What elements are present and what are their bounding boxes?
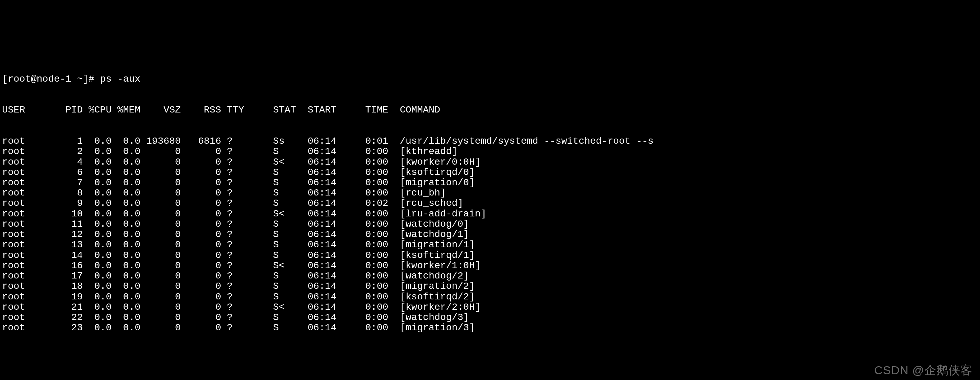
cell-user: root bbox=[2, 198, 60, 208]
cell-time: 0:00 bbox=[342, 281, 388, 291]
cell-start: 06:14 bbox=[302, 271, 342, 281]
cell-rss: 0 bbox=[181, 167, 221, 178]
cell-rss: 0 bbox=[181, 281, 221, 291]
cell-cpu: 0.0 bbox=[83, 178, 111, 188]
cell-cpu: 0.0 bbox=[83, 281, 111, 291]
cell-start: 06:14 bbox=[302, 281, 342, 291]
cell-time: 0:00 bbox=[342, 178, 388, 188]
cell-command: [watchdog/0] bbox=[388, 219, 469, 229]
cell-tty: ? bbox=[221, 146, 250, 157]
cell-pid: 6 bbox=[60, 167, 83, 178]
cell-time: 0:00 bbox=[342, 229, 388, 240]
cell-vsz: 0 bbox=[140, 209, 181, 219]
cell-command: [migration/2] bbox=[388, 281, 475, 291]
cell-rss: 0 bbox=[181, 261, 221, 271]
cell-time: 0:00 bbox=[342, 302, 388, 312]
cell-start: 06:14 bbox=[302, 219, 342, 229]
col-header-rss: RSS bbox=[181, 105, 221, 115]
prompt-line: [root@node-1 ~]# ps -aux bbox=[2, 74, 978, 84]
cell-vsz: 0 bbox=[140, 240, 181, 250]
cell-vsz: 0 bbox=[140, 219, 181, 229]
cell-mem: 0.0 bbox=[111, 188, 140, 198]
cell-stat: S bbox=[250, 188, 302, 198]
cell-vsz: 0 bbox=[140, 323, 181, 333]
cell-vsz: 0 bbox=[140, 188, 181, 198]
cell-command: [ksoftirqd/0] bbox=[388, 167, 475, 178]
cell-tty: ? bbox=[221, 281, 250, 291]
col-header-command: COMMAND bbox=[388, 105, 440, 115]
cell-start: 06:14 bbox=[302, 146, 342, 157]
cell-tty: ? bbox=[221, 292, 250, 302]
col-header-user: USER bbox=[2, 105, 60, 115]
cell-vsz: 0 bbox=[140, 229, 181, 240]
cell-tty: ? bbox=[221, 167, 250, 178]
cell-cpu: 0.0 bbox=[83, 146, 111, 157]
cell-cpu: 0.0 bbox=[83, 209, 111, 219]
cell-command: [ksoftirqd/1] bbox=[388, 250, 475, 261]
cell-mem: 0.0 bbox=[111, 198, 140, 208]
cell-vsz: 0 bbox=[140, 292, 181, 302]
cell-user: root bbox=[2, 146, 60, 157]
cell-mem: 0.0 bbox=[111, 250, 140, 261]
col-header-mem: %MEM bbox=[111, 105, 140, 115]
cell-user: root bbox=[2, 302, 60, 312]
cell-tty: ? bbox=[221, 136, 250, 146]
cell-command: [kthreadd] bbox=[388, 146, 458, 157]
cell-vsz: 0 bbox=[140, 281, 181, 291]
cell-user: root bbox=[2, 250, 60, 261]
cell-tty: ? bbox=[221, 219, 250, 229]
cell-mem: 0.0 bbox=[111, 281, 140, 291]
ps-row: root180.00.000?S06:140:00[migration/2] bbox=[2, 281, 978, 291]
cell-time: 0:00 bbox=[342, 261, 388, 271]
cell-user: root bbox=[2, 136, 60, 146]
cell-cpu: 0.0 bbox=[83, 240, 111, 250]
ps-row: root210.00.000?S<06:140:00[kworker/2:0H] bbox=[2, 302, 978, 312]
cell-start: 06:14 bbox=[302, 178, 342, 188]
cell-command: /usr/lib/systemd/systemd --switched-root… bbox=[388, 136, 654, 146]
cell-start: 06:14 bbox=[302, 302, 342, 312]
cell-mem: 0.0 bbox=[111, 136, 140, 146]
watermark-text: CSDN @企鹅侠客 bbox=[874, 364, 972, 377]
cell-rss: 0 bbox=[181, 157, 221, 167]
cell-vsz: 0 bbox=[140, 146, 181, 157]
cell-start: 06:14 bbox=[302, 261, 342, 271]
cell-stat: S bbox=[250, 271, 302, 281]
cell-pid: 19 bbox=[60, 292, 83, 302]
cell-user: root bbox=[2, 178, 60, 188]
cell-mem: 0.0 bbox=[111, 157, 140, 167]
cell-pid: 21 bbox=[60, 302, 83, 312]
cell-pid: 7 bbox=[60, 178, 83, 188]
cell-time: 0:01 bbox=[342, 136, 388, 146]
terminal-output[interactable]: [root@node-1 ~]# ps -aux USERPID%CPU%MEM… bbox=[0, 52, 980, 345]
cell-time: 0:00 bbox=[342, 188, 388, 198]
cell-vsz: 0 bbox=[140, 302, 181, 312]
cell-cpu: 0.0 bbox=[83, 157, 111, 167]
cell-mem: 0.0 bbox=[111, 302, 140, 312]
cell-pid: 14 bbox=[60, 250, 83, 261]
cell-stat: S bbox=[250, 229, 302, 240]
col-header-vsz: VSZ bbox=[140, 105, 181, 115]
cell-tty: ? bbox=[221, 302, 250, 312]
cell-pid: 18 bbox=[60, 281, 83, 291]
cell-command: [migration/3] bbox=[388, 323, 475, 333]
cell-vsz: 0 bbox=[140, 167, 181, 178]
cell-mem: 0.0 bbox=[111, 312, 140, 323]
cell-mem: 0.0 bbox=[111, 219, 140, 229]
cell-tty: ? bbox=[221, 250, 250, 261]
cell-rss: 0 bbox=[181, 312, 221, 323]
cell-stat: S bbox=[250, 198, 302, 208]
cell-time: 0:00 bbox=[342, 157, 388, 167]
cell-start: 06:14 bbox=[302, 312, 342, 323]
cell-tty: ? bbox=[221, 261, 250, 271]
cell-pid: 13 bbox=[60, 240, 83, 250]
cell-rss: 0 bbox=[181, 178, 221, 188]
cell-command: [watchdog/2] bbox=[388, 271, 469, 281]
ps-row: root20.00.000?S06:140:00[kthreadd] bbox=[2, 146, 978, 157]
cell-user: root bbox=[2, 281, 60, 291]
cell-stat: S bbox=[250, 167, 302, 178]
cell-rss: 0 bbox=[181, 188, 221, 198]
cell-cpu: 0.0 bbox=[83, 312, 111, 323]
ps-row: root80.00.000?S06:140:00[rcu_bh] bbox=[2, 188, 978, 198]
col-header-stat: STAT bbox=[250, 105, 302, 115]
cell-start: 06:14 bbox=[302, 229, 342, 240]
